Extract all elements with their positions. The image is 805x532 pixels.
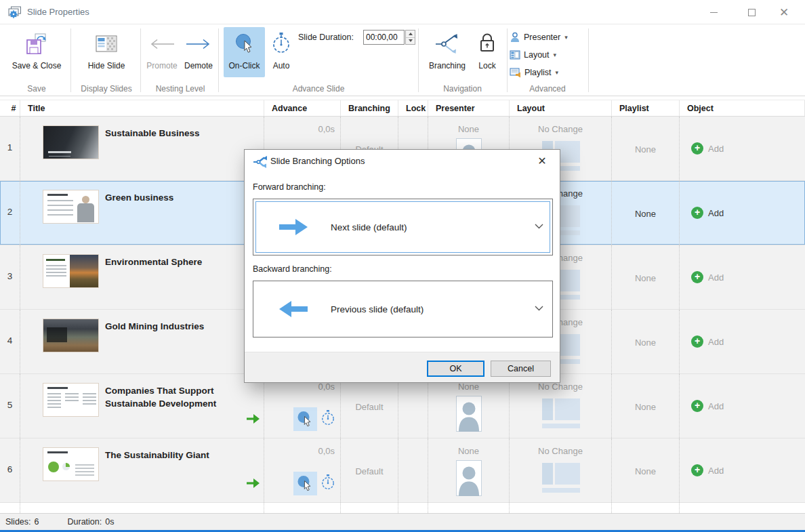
presenter-placeholder-icon[interactable] [456, 460, 482, 496]
duration-label: Duration: [67, 517, 102, 527]
backward-branching-value: Previous slide (default) [331, 304, 424, 314]
slide-thumbnail [43, 125, 99, 159]
lock-button[interactable]: Lock [473, 27, 501, 77]
column-header-advance[interactable]: Advance [264, 100, 341, 116]
add-object-button[interactable]: + Add [691, 207, 724, 219]
dialog-close-icon[interactable]: ✕ [529, 150, 556, 171]
playlist-value: None [612, 273, 679, 283]
duration-value: 0s [105, 517, 114, 527]
demote-button[interactable]: Demote [180, 27, 217, 77]
close-button[interactable]: ✕ [768, 0, 800, 24]
slide-duration-spinner [405, 30, 415, 45]
group-label-save: Save [5, 84, 68, 94]
column-header-number[interactable]: # [0, 100, 20, 116]
on-click-label: On-Click [228, 61, 260, 70]
backward-branching-label: Backward branching: [253, 264, 332, 274]
save-close-label: Save & Close [12, 61, 62, 70]
add-icon: + [691, 400, 703, 412]
slide-thumbnail [43, 447, 99, 481]
column-header-playlist[interactable]: Playlist [612, 100, 680, 116]
slide-thumbnail [43, 383, 99, 417]
playlist-value: None [612, 209, 679, 219]
auto-mode-icon[interactable] [320, 409, 336, 430]
window-titlebar: Slide Properties ✕ [0, 0, 805, 24]
slide-duration-input[interactable] [363, 30, 405, 45]
layout-button-icon [510, 50, 520, 60]
column-header-object[interactable]: Object [680, 100, 805, 116]
branching-button[interactable]: Branching [424, 27, 470, 77]
next-slide-arrow-icon [278, 218, 309, 237]
advance-arrow-icon [246, 412, 261, 426]
on-click-mode-icon[interactable] [293, 407, 317, 431]
save-close-icon [25, 31, 48, 57]
auto-button[interactable]: Auto [266, 27, 296, 77]
layout-placeholder-icon[interactable] [542, 398, 580, 430]
forward-branching-value: Next slide (default) [331, 222, 407, 232]
cancel-button[interactable]: Cancel [491, 361, 551, 377]
playlist-button[interactable]: Playlist ▾ [510, 65, 558, 80]
slide-title: Gold Mining Industries [105, 320, 227, 333]
slide-properties-app-icon [8, 6, 22, 18]
add-object-button[interactable]: + Add [691, 400, 724, 412]
promote-arrow-icon [148, 31, 176, 57]
column-header-title[interactable]: Title [20, 100, 264, 116]
group-label-advanced: Advanced [507, 84, 588, 94]
layout-value: No Change [510, 124, 611, 134]
add-label: Add [708, 208, 724, 218]
presenter-placeholder-icon[interactable] [456, 396, 482, 432]
table-row[interactable]: 6 The Sustainability Giant 0,0s [0, 438, 805, 503]
forward-branching-select[interactable]: Next slide (default) [253, 199, 553, 255]
maximize-button[interactable] [736, 0, 767, 24]
add-object-button[interactable]: + Add [691, 142, 724, 155]
on-click-button[interactable]: On-Click [224, 27, 265, 77]
auto-mode-icon[interactable] [320, 474, 336, 494]
slide-title: Green business [105, 191, 227, 204]
add-object-button[interactable]: + Add [691, 335, 724, 348]
column-header-layout[interactable]: Layout [510, 100, 612, 116]
hide-slide-label: Hide Slide [88, 61, 125, 70]
slide-number: 5 [0, 400, 20, 410]
playlist-value: None [612, 466, 679, 476]
branching-icon [434, 31, 460, 57]
presenter-dropdown-icon: ▾ [564, 34, 568, 41]
layout-dropdown-icon: ▾ [554, 52, 557, 58]
save-and-close-button[interactable]: Save & Close [5, 27, 68, 77]
backward-branching-select[interactable]: Previous slide (default) [253, 281, 553, 337]
presenter-value: None [428, 382, 509, 392]
layout-button-label: Layout [524, 50, 550, 60]
playlist-button-label: Playlist [524, 68, 552, 77]
forward-branching-label: Forward branching: [253, 182, 326, 192]
on-click-mode-icon[interactable] [293, 472, 317, 495]
promote-button[interactable]: Promote [144, 27, 180, 77]
slide-title: Companies That Support Sustainable Devel… [105, 384, 227, 410]
previous-slide-arrow-icon [278, 300, 309, 319]
demote-label: Demote [184, 61, 213, 70]
column-header-presenter[interactable]: Presenter [428, 100, 510, 116]
table-row[interactable]: 5 Companies That Support Sustainable Dev… [0, 374, 805, 438]
add-icon: + [691, 464, 703, 476]
slide-properties-window: Slide Properties ✕ Save & Close [0, 0, 805, 532]
slide-branching-options-dialog: Slide Branching Options ✕ Forward branch… [244, 149, 560, 383]
presenter-button[interactable]: Presenter ▾ [510, 30, 568, 45]
add-label: Add [708, 272, 724, 283]
spinner-up-button[interactable] [406, 30, 415, 37]
layout-placeholder-icon[interactable] [542, 463, 580, 494]
on-click-cursor-icon [234, 31, 255, 57]
chevron-down-icon [535, 224, 543, 229]
add-icon: + [691, 142, 703, 155]
ok-button[interactable]: OK [427, 361, 484, 377]
add-icon: + [691, 271, 703, 283]
presenter-button-label: Presenter [524, 33, 560, 42]
slide-thumbnail [43, 319, 99, 352]
slide-number: 6 [0, 464, 20, 474]
column-header-lock[interactable]: Lock [398, 100, 428, 116]
hide-slide-button[interactable]: Hide Slide [76, 27, 137, 77]
add-object-button[interactable]: + Add [691, 271, 724, 283]
column-header-branching[interactable]: Branching [341, 100, 398, 116]
layout-button[interactable]: Layout ▾ [510, 47, 556, 62]
spinner-down-button[interactable] [406, 37, 415, 45]
minimize-button[interactable] [698, 0, 729, 24]
branching-label: Branching [429, 61, 466, 70]
add-object-button[interactable]: + Add [691, 464, 724, 476]
presenter-value: None [428, 446, 509, 456]
